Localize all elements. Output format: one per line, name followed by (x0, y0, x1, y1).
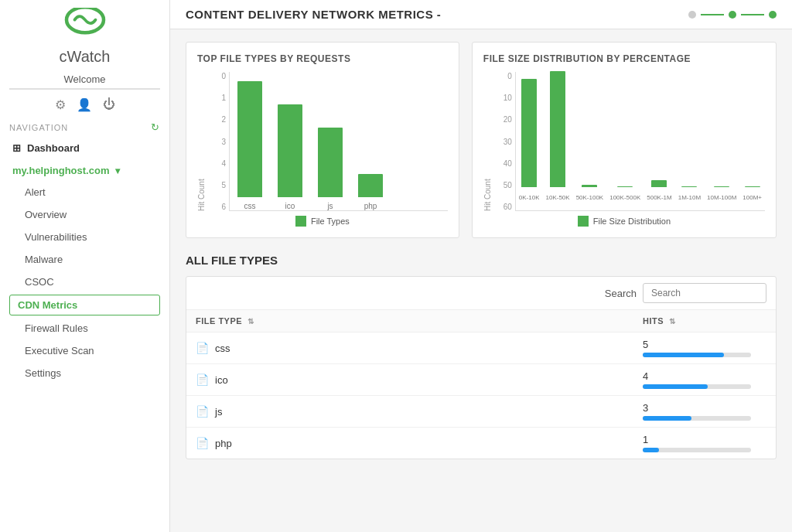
file-name-js: js (215, 406, 643, 418)
step-line-2 (741, 14, 764, 15)
fsd-bar-100k-500k: 100K-500K (609, 186, 640, 210)
sidebar-sub-menu: Alert Overview Vulnerabilities Malware C… (0, 181, 169, 384)
user-actions: ⚙ 👤 ⏻ (55, 97, 115, 112)
fsd-bar-10m-100m-rect (714, 186, 729, 187)
fsd-bar-100k-500k-rect (617, 186, 633, 187)
power-icon[interactable]: ⏻ (103, 97, 115, 112)
step-dot-3 (769, 11, 777, 19)
sidebar-item-dashboard[interactable]: ⊞ Dashboard (0, 136, 169, 160)
bar-css: css (237, 81, 262, 210)
main-header: CONTENT DELIVERY NETWORK METRICS - (170, 0, 792, 29)
fsd-bar-10k-50k: 10K-50K (545, 71, 569, 210)
user-icon[interactable]: 👤 (77, 97, 92, 112)
fsd-bar-0k-10k: 0K-10K (519, 79, 540, 210)
bar-ico: ico (278, 104, 302, 210)
fsd-bar-10m-100m: 10M-100M (707, 186, 736, 210)
sidebar-item-overview[interactable]: Overview (0, 203, 169, 226)
file-name-css: css (215, 343, 643, 354)
table-row: 📄 css 5 (186, 332, 776, 364)
step-dot-2 (729, 11, 736, 19)
sidebar: cWatch Welcome ⚙ 👤 ⏻ Navigation ↻ ⊞ Dash… (0, 0, 170, 532)
file-size-title: FILE SIZE DISTRIBUTION BY PERCENTAGE (483, 53, 765, 64)
hit-bar-css (643, 353, 724, 357)
bar-ico-label: ico (285, 202, 295, 210)
chevron-down-icon: ▾ (115, 165, 120, 176)
search-input[interactable] (643, 283, 766, 303)
legend-box-icon (295, 216, 306, 227)
bar-css-rect (237, 81, 262, 197)
sidebar-item-site[interactable]: my.helpinghost.com ▾ (0, 160, 169, 181)
welcome-label: Welcome (0, 73, 169, 93)
sidebar-item-malware[interactable]: Malware (0, 248, 169, 271)
fsd-bar-100m-plus-rect (745, 186, 760, 187)
sidebar-item-alert[interactable]: Alert (0, 181, 169, 203)
bar-js-label: js (327, 202, 333, 210)
content-area: TOP FILE TYPES BY REQUESTS Hit Count 6 5… (170, 29, 792, 472)
search-label: Search (605, 288, 637, 299)
file-icon-css: 📄 (196, 342, 209, 354)
fsd-bar-500k-1m-rect (651, 180, 667, 187)
sidebar-item-settings[interactable]: Settings (0, 362, 169, 384)
dashboard-grid-icon: ⊞ (12, 142, 21, 154)
file-name-ico: ico (215, 374, 643, 386)
right-chart-y-label: Hit Count (483, 72, 492, 211)
file-size-distribution-chart: FILE SIZE DISTRIBUTION BY PERCENTAGE Hit… (472, 42, 777, 238)
fsd-bar-1m-10m: 1M-10M (678, 186, 701, 210)
hit-cell-js: 3 (643, 402, 766, 421)
bar-js: js (318, 128, 343, 210)
hit-bar-php (643, 448, 659, 452)
main-content: CONTENT DELIVERY NETWORK METRICS - TOP F… (170, 0, 792, 532)
sort-hits-icon: ⇅ (669, 317, 676, 326)
sort-filetype-icon: ⇅ (248, 317, 254, 326)
bar-php-label: php (364, 202, 377, 210)
brand-label: cWatch (60, 48, 111, 66)
hit-bar-js (643, 416, 691, 421)
fsd-bar-10k-50k-rect (550, 71, 565, 187)
left-chart-bars: css ico js php (229, 72, 448, 211)
all-file-types-title: ALL FILE TYPES (186, 254, 777, 267)
gear-icon[interactable]: ⚙ (55, 97, 66, 112)
table-row: 📄 php 1 (186, 428, 776, 459)
right-chart-bars: 0K-10K 10K-50K 50K-100K 100K-500K (515, 72, 765, 211)
bar-php-rect (358, 174, 383, 197)
right-chart-legend: File Size Distribution (483, 216, 765, 227)
top-file-types-title: TOP FILE TYPES BY REQUESTS (197, 53, 448, 64)
cwatch-logo-icon (62, 8, 108, 46)
fsd-bar-500k-1m: 500K-1M (647, 180, 671, 210)
top-file-types-chart: TOP FILE TYPES BY REQUESTS Hit Count 6 5… (186, 42, 459, 238)
col-header-filetype[interactable]: FILE TYPE ⇅ (196, 316, 643, 326)
sidebar-item-firewall-rules[interactable]: Firewall Rules (0, 317, 169, 339)
fsd-bar-50k-100k: 50K-100K (576, 185, 604, 210)
file-icon-js: 📄 (196, 405, 209, 418)
fsd-bar-1m-10m-rect (681, 186, 697, 187)
table-row: 📄 js 3 (186, 396, 776, 428)
bar-php: php (358, 174, 383, 210)
fsd-bar-0k-10k-rect (521, 79, 537, 187)
bar-ico-rect (278, 104, 302, 197)
left-chart-y-axis: 6 5 4 3 2 1 0 (207, 72, 229, 211)
sidebar-item-cdn-metrics[interactable]: CDN Metrics (9, 295, 160, 315)
bar-css-label: css (244, 202, 256, 210)
left-chart-y-label: Hit Count (197, 72, 206, 211)
bar-js-rect (318, 128, 343, 197)
fsd-bar-100m-plus: 100M+ (742, 186, 762, 210)
nav-label: Navigation ↻ (0, 118, 169, 136)
logo-container: cWatch (60, 8, 111, 66)
hit-cell-php: 1 (643, 434, 766, 452)
left-chart-legend: File Types (197, 216, 448, 227)
progress-indicator (688, 11, 777, 19)
sidebar-menu: ⊞ Dashboard my.helpinghost.com ▾ Alert O… (0, 136, 169, 384)
hit-cell-ico: 4 (643, 370, 766, 389)
hit-bar-ico (643, 384, 708, 389)
sidebar-item-executive-scan[interactable]: Executive Scan (0, 339, 169, 362)
file-name-php: php (215, 438, 643, 449)
file-icon-php: 📄 (196, 437, 209, 449)
refresh-icon[interactable]: ↻ (151, 121, 160, 133)
right-chart-y-axis: 60 50 40 30 20 10 0 (493, 72, 515, 211)
col-header-hits[interactable]: HITS ⇅ (643, 316, 766, 326)
sidebar-item-vulnerabilities[interactable]: Vulnerabilities (0, 226, 169, 248)
sidebar-item-csoc[interactable]: CSOC (0, 271, 169, 293)
file-icon-ico: 📄 (196, 373, 209, 386)
charts-row: TOP FILE TYPES BY REQUESTS Hit Count 6 5… (186, 42, 777, 238)
page-title: CONTENT DELIVERY NETWORK METRICS - (186, 8, 441, 21)
